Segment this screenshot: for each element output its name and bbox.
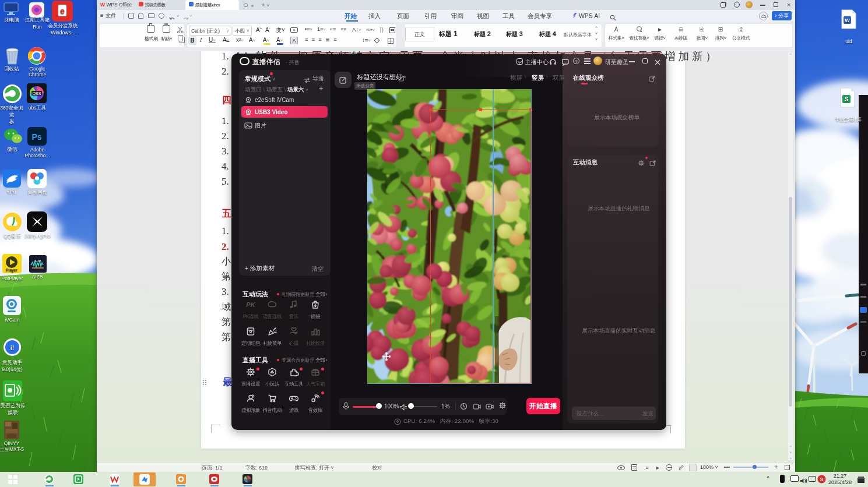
svg-text:e: e bbox=[60, 6, 65, 16]
svg-text:OBS: OBS bbox=[33, 91, 41, 96]
svg-text:S: S bbox=[845, 96, 849, 103]
svg-text:Ps: Ps bbox=[31, 132, 41, 142]
svg-text:PK: PK bbox=[246, 301, 255, 308]
svg-text:S: S bbox=[820, 477, 823, 482]
svg-text:i!: i! bbox=[10, 344, 15, 351]
svg-text:AIZB: AIZB bbox=[34, 259, 41, 263]
svg-text:W: W bbox=[845, 17, 850, 23]
svg-text:Player: Player bbox=[6, 268, 17, 273]
